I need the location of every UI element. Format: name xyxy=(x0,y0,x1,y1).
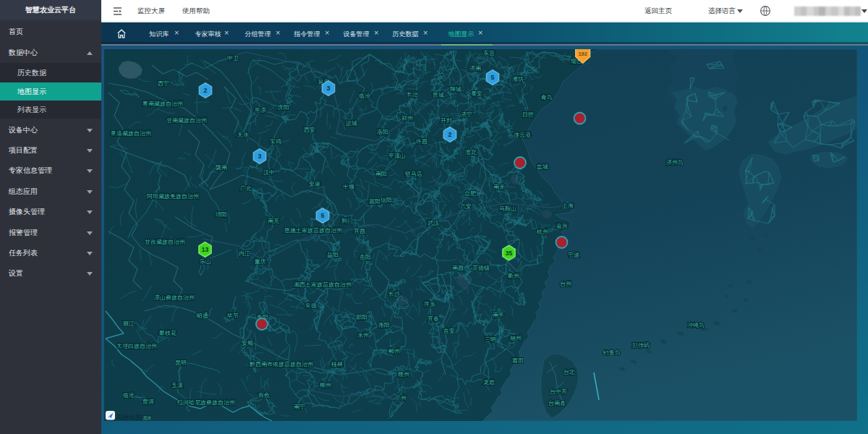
svg-text:台北: 台北 xyxy=(563,369,575,375)
svg-text:济宁: 济宁 xyxy=(461,111,472,118)
svg-text:钓鱼岛: 钓鱼岛 xyxy=(603,349,621,356)
svg-text:南平: 南平 xyxy=(493,312,504,318)
svg-text:开封: 开封 xyxy=(441,117,452,124)
svg-text:黔西南布依族苗族自治州: 黔西南布依族苗族自治州 xyxy=(249,361,313,367)
svg-text:宝鸡: 宝鸡 xyxy=(270,138,281,145)
svg-text:绵阳: 绵阳 xyxy=(216,211,227,218)
svg-text:合肥: 合肥 xyxy=(464,190,477,197)
svg-text:淮北: 淮北 xyxy=(465,149,477,156)
svg-text:武汉: 武汉 xyxy=(427,220,439,226)
svg-text:广元: 广元 xyxy=(240,185,252,192)
svg-text:驻马店: 驻马店 xyxy=(405,171,422,177)
svg-text:阿坝藏族羌族自治州: 阿坝藏族羌族自治州 xyxy=(147,193,199,200)
svg-text:运城: 运城 xyxy=(346,120,357,127)
svg-text:重庆: 重庆 xyxy=(254,258,266,265)
svg-text:宜昌: 宜昌 xyxy=(354,228,365,234)
svg-text:六安: 六安 xyxy=(460,203,472,210)
svg-text:连云港: 连云港 xyxy=(514,132,531,138)
svg-text:郑州: 郑州 xyxy=(401,115,413,122)
svg-text:恩施土家族苗族自治州: 恩施土家族苗族自治州 xyxy=(284,227,342,234)
svg-text:赣州: 赣州 xyxy=(398,371,409,378)
svg-text:长沙: 长沙 xyxy=(388,291,401,297)
svg-text:甘孜藏族自治州: 甘孜藏族自治州 xyxy=(145,239,185,245)
svg-text:台中市: 台中市 xyxy=(550,388,567,395)
svg-text:黄南藏族自治州: 黄南藏族自治州 xyxy=(142,101,183,107)
svg-text:宁波: 宁波 xyxy=(568,252,579,258)
svg-text:甘南藏族自治州: 甘南藏族自治州 xyxy=(166,117,207,124)
svg-text:盐城: 盐城 xyxy=(537,163,548,170)
svg-text:龙岩: 龙岩 xyxy=(483,379,495,386)
svg-text:5: 5 xyxy=(490,74,494,81)
svg-text:陇南: 陇南 xyxy=(216,164,228,171)
svg-text:凉山彝族自治州: 凉山彝族自治州 xyxy=(154,294,195,301)
svg-text:襄阳: 襄阳 xyxy=(369,198,380,205)
svg-text:台南县: 台南县 xyxy=(548,400,566,407)
svg-text:聊城: 聊城 xyxy=(450,86,461,93)
svg-text:衡阳: 衡阳 xyxy=(378,322,390,328)
svg-text:洛阳: 洛阳 xyxy=(377,129,388,135)
svg-text:潍坊: 潍坊 xyxy=(512,76,524,82)
svg-text:乐山: 乐山 xyxy=(200,258,211,265)
svg-text:2: 2 xyxy=(203,87,207,94)
svg-text:毕节: 毕节 xyxy=(227,312,239,319)
svg-text:大理白族自治州: 大理白族自治州 xyxy=(116,343,157,349)
svg-text:13: 13 xyxy=(202,246,209,253)
svg-text:红河哈尼族彝族自治州: 红河哈尼族彝族自治州 xyxy=(177,399,235,406)
svg-text:192: 192 xyxy=(578,51,587,57)
svg-text:昆明: 昆明 xyxy=(175,359,187,366)
svg-text:南宁: 南宁 xyxy=(294,404,305,410)
svg-text:萍乡: 萍乡 xyxy=(424,301,435,307)
svg-text:景德镇: 景德镇 xyxy=(472,265,490,271)
svg-text:平顶山: 平顶山 xyxy=(388,153,406,159)
svg-text:福州: 福州 xyxy=(509,335,522,341)
svg-text:青岛: 青岛 xyxy=(540,94,553,101)
svg-text:内江: 内江 xyxy=(239,250,250,257)
svg-text:5: 5 xyxy=(320,212,324,219)
svg-text:玉溪: 玉溪 xyxy=(171,382,183,388)
svg-text:桂林: 桂林 xyxy=(331,361,343,367)
svg-text:平凉: 平凉 xyxy=(255,107,266,114)
svg-text:冲绳岛: 冲绳岛 xyxy=(687,322,705,328)
svg-text:南昌: 南昌 xyxy=(452,265,464,271)
svg-text:十堰: 十堰 xyxy=(342,184,354,190)
svg-text:2: 2 xyxy=(448,131,451,138)
svg-text:湘西土家族苗族自治州: 湘西土家族苗族自治州 xyxy=(294,281,352,288)
svg-text:许昌: 许昌 xyxy=(416,138,427,145)
svg-text:嘉兴: 嘉兴 xyxy=(556,223,568,229)
svg-text:台州: 台州 xyxy=(560,281,571,287)
svg-text:日照: 日照 xyxy=(522,111,534,118)
svg-text:安顺: 安顺 xyxy=(242,340,253,346)
svg-text:柳州: 柳州 xyxy=(320,382,331,388)
svg-text:西安: 西安 xyxy=(304,127,315,133)
svg-text:郴州: 郴州 xyxy=(388,348,400,354)
svg-text:攀枝花: 攀枝花 xyxy=(159,330,176,336)
svg-text:信阳: 信阳 xyxy=(380,197,392,203)
svg-text:永州: 永州 xyxy=(357,332,369,339)
svg-text:南阳: 南阳 xyxy=(375,171,387,177)
svg-text:汉中: 汉中 xyxy=(263,169,275,176)
svg-text:济南: 济南 xyxy=(469,65,482,72)
svg-text:莆田: 莆田 xyxy=(512,357,524,364)
svg-text:临汾: 临汾 xyxy=(359,93,370,99)
svg-text:3: 3 xyxy=(258,153,261,160)
svg-text:邵阳: 邵阳 xyxy=(356,314,367,320)
svg-text:丽江: 丽江 xyxy=(123,320,135,327)
svg-text:南充: 南充 xyxy=(268,218,279,224)
svg-text:益阳: 益阳 xyxy=(327,252,339,258)
svg-text:岳阳: 岳阳 xyxy=(359,254,371,260)
svg-text:临沧: 临沧 xyxy=(123,392,135,399)
svg-text:中卫: 中卫 xyxy=(227,55,239,61)
svg-text:广州: 广州 xyxy=(395,395,407,401)
svg-text:昭通: 昭通 xyxy=(197,312,208,319)
svg-text:晋城: 晋城 xyxy=(433,92,444,98)
svg-text:35: 35 xyxy=(506,250,513,257)
svg-text:杭州: 杭州 xyxy=(536,229,548,235)
svg-text:上海: 上海 xyxy=(561,203,574,209)
svg-text:3: 3 xyxy=(326,85,330,92)
svg-text:东营: 东营 xyxy=(483,50,495,56)
svg-text:长治: 长治 xyxy=(407,91,418,98)
svg-text:南京: 南京 xyxy=(493,184,505,190)
svg-text:吉安: 吉安 xyxy=(443,328,455,334)
svg-text:常德: 常德 xyxy=(305,302,317,309)
svg-text:彭佳屿: 彭佳屿 xyxy=(632,341,650,349)
